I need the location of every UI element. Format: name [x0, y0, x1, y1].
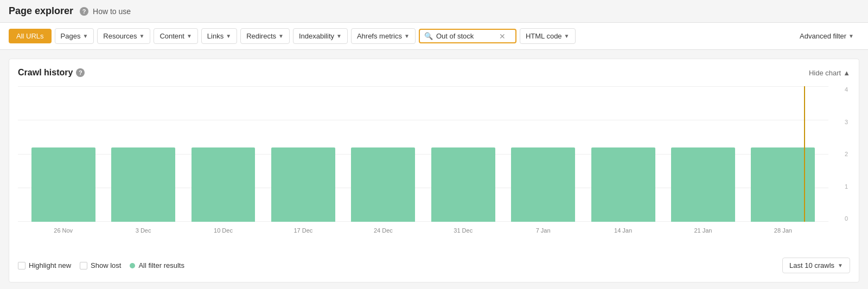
all-filter-results-legend: All filter results — [130, 261, 184, 269]
bar — [111, 147, 175, 222]
bar — [431, 147, 495, 222]
bar-group: 17 Dec — [263, 86, 343, 222]
chart-title-row: Crawl history ? — [18, 68, 85, 78]
bar-group: 31 Dec — [423, 86, 503, 222]
chevron-down-icon: ▼ — [838, 262, 843, 268]
bar-group: 3 Dec — [103, 86, 183, 222]
bar-label: 26 Nov — [54, 227, 73, 234]
bar — [751, 147, 815, 222]
search-icon: 🔍 — [424, 32, 433, 40]
chart-section: Crawl history ? Hide chart ▲ 26 Nov 3 De… — [9, 59, 859, 282]
chart-help-icon[interactable]: ? — [76, 68, 85, 77]
all-urls-button[interactable]: All URLs — [9, 29, 52, 43]
bar-label: 3 Dec — [136, 227, 151, 234]
chevron-down-icon: ▼ — [187, 33, 192, 39]
advanced-filter-button[interactable]: Advanced filter ▼ — [794, 29, 859, 43]
chevron-down-icon: ▼ — [226, 33, 231, 39]
chevron-down-icon: ▼ — [404, 33, 410, 39]
bar-group: 21 Jan — [663, 86, 743, 222]
highlight-line — [804, 86, 805, 222]
last-crawls-button[interactable]: Last 10 crawls ▼ — [782, 258, 850, 273]
show-lost-checkbox[interactable] — [80, 262, 87, 269]
highlight-new-legend: Highlight new — [18, 261, 71, 269]
hide-chart-button[interactable]: Hide chart ▲ — [809, 69, 850, 77]
all-filter-results-dot — [130, 263, 135, 268]
show-lost-legend: Show lost — [80, 261, 121, 269]
resources-filter-button[interactable]: Resources ▼ — [97, 28, 150, 44]
all-filter-results-label: All filter results — [138, 261, 184, 269]
bar-group: 26 Nov — [23, 86, 103, 222]
chart-area: 26 Nov 3 Dec 10 Dec 17 Dec 24 Dec 31 Dec — [18, 86, 850, 238]
bar-group: 7 Jan — [503, 86, 583, 222]
bar-label: 7 Jan — [536, 227, 551, 234]
bar-group: 24 Dec — [343, 86, 423, 222]
bar — [192, 147, 256, 222]
redirects-filter-button[interactable]: Redirects ▼ — [240, 28, 290, 44]
legend: Highlight new Show lost All filter resul… — [18, 261, 184, 269]
indexability-filter-button[interactable]: Indexability ▼ — [293, 28, 348, 44]
chevron-up-icon: ▲ — [843, 69, 850, 77]
bar-group: 14 Jan — [583, 86, 663, 222]
bar — [511, 147, 575, 222]
y-axis: 4 3 2 1 0 — [828, 86, 850, 222]
last-crawls-label: Last 10 crawls — [789, 261, 834, 269]
bar-label: 17 Dec — [293, 227, 312, 234]
bar-label: 24 Dec — [374, 227, 393, 234]
bar-label: 21 Jan — [694, 227, 712, 234]
bar — [31, 147, 95, 222]
search-box: 🔍 ✕ — [419, 29, 516, 43]
show-lost-label: Show lost — [91, 261, 121, 269]
bar-label: 10 Dec — [214, 227, 233, 234]
page-title: Page explorer — [9, 5, 73, 17]
top-bar: Page explorer ? How to use — [0, 0, 868, 23]
chevron-down-icon: ▼ — [139, 33, 145, 39]
search-input[interactable] — [436, 32, 496, 40]
chart-bars: 26 Nov 3 Dec 10 Dec 17 Dec 24 Dec 31 Dec — [18, 86, 828, 222]
how-to-use-link[interactable]: How to use — [93, 7, 131, 16]
y-label: 3 — [845, 119, 848, 125]
chart-footer: Highlight new Show lost All filter resul… — [18, 258, 850, 273]
content-filter-button[interactable]: Content ▼ — [154, 28, 197, 44]
bar-group: 10 Dec — [183, 86, 263, 222]
chevron-down-icon: ▼ — [82, 33, 88, 39]
highlight-new-label: Highlight new — [29, 261, 71, 269]
y-label: 4 — [845, 86, 848, 93]
bar-label: 31 Dec — [454, 227, 473, 234]
y-label: 0 — [845, 215, 848, 222]
bar — [671, 147, 735, 222]
y-label: 2 — [845, 151, 848, 157]
chart-header: Crawl history ? Hide chart ▲ — [18, 68, 850, 78]
bar-label: 14 Jan — [614, 227, 632, 234]
links-filter-button[interactable]: Links ▼ — [201, 28, 237, 44]
help-icon[interactable]: ? — [80, 7, 88, 16]
bar-label: 28 Jan — [774, 227, 792, 234]
bar — [591, 147, 655, 222]
bar-group: 28 Jan — [743, 86, 823, 222]
chevron-down-icon: ▼ — [564, 33, 570, 39]
chevron-down-icon: ▼ — [848, 33, 854, 39]
chevron-down-icon: ▼ — [336, 33, 342, 39]
filter-bar: All URLs Pages ▼ Resources ▼ Content ▼ L… — [0, 23, 868, 50]
bar — [271, 147, 335, 222]
y-label: 1 — [845, 183, 848, 190]
chevron-down-icon: ▼ — [278, 33, 284, 39]
highlight-new-checkbox[interactable] — [18, 262, 25, 269]
bar — [351, 147, 415, 222]
chart-title: Crawl history — [18, 68, 73, 78]
html-code-button[interactable]: HTML code ▼ — [520, 28, 576, 44]
pages-filter-button[interactable]: Pages ▼ — [55, 28, 94, 44]
ahrefs-metrics-filter-button[interactable]: Ahrefs metrics ▼ — [351, 28, 416, 44]
close-icon[interactable]: ✕ — [499, 33, 506, 40]
